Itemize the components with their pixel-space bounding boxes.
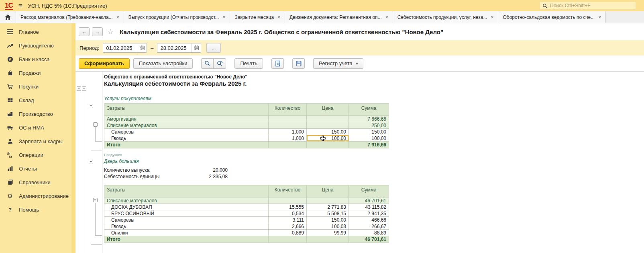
tab-5[interactable]: Оборотно-сальдовая ведомость по сче...×	[498, 11, 606, 23]
sidebar-item-13[interactable]: ?Помощь	[0, 203, 71, 216]
cell[interactable]: Списание материалов	[104, 197, 269, 204]
column-header[interactable]: Количество	[269, 104, 307, 116]
home-tab[interactable]	[0, 11, 16, 23]
collapse-group-button[interactable]: −	[77, 86, 81, 91]
cell[interactable]: 100,00	[349, 135, 389, 142]
sidebar-item-0[interactable]: Главное	[0, 25, 71, 39]
sidebar-item-1[interactable]: Руководителю	[0, 39, 71, 52]
cell[interactable]	[269, 116, 307, 122]
sidebar-item-11[interactable]: Справочники	[0, 175, 71, 189]
close-icon[interactable]: ×	[116, 15, 119, 20]
sidebar-item-8[interactable]: Зарплата и кадры	[0, 134, 71, 148]
cell[interactable]: 46 701,61	[349, 197, 389, 204]
calendar-icon[interactable]	[137, 43, 147, 52]
cell[interactable]: Опилки	[104, 230, 269, 236]
register-dropdown[interactable]: Регистр учета ▾	[313, 58, 363, 69]
stat-value[interactable]: 2 335,08	[209, 174, 228, 179]
cell[interactable]: 150,00	[349, 129, 389, 135]
cell[interactable]: 15,555	[269, 204, 307, 210]
column-header[interactable]: Сумма	[349, 185, 389, 197]
period-to-input[interactable]	[157, 43, 191, 52]
cell[interactable]: Гвоздь	[104, 223, 269, 230]
cell[interactable]: Итого	[104, 236, 269, 243]
cell[interactable]: 46 701,61	[349, 236, 389, 243]
cell[interactable]	[307, 197, 349, 204]
cell[interactable]: Гвоздь	[104, 135, 269, 142]
cell[interactable]: 0,534	[269, 210, 307, 217]
cell[interactable]: 1,000	[269, 135, 307, 142]
cell[interactable]: 3,111	[269, 217, 307, 223]
cell[interactable]: Итого	[104, 142, 269, 148]
sidebar-item-3[interactable]: Продажи	[0, 66, 71, 80]
tab-1[interactable]: Выпуск продукции (Отчеты производст...×	[124, 11, 230, 23]
sidebar-scrollbar[interactable]	[71, 23, 75, 253]
sidebar-item-4[interactable]: Покупки	[0, 80, 71, 93]
calendar-icon[interactable]	[191, 43, 201, 52]
generate-button[interactable]: Сформировать	[79, 58, 130, 69]
cell[interactable]	[307, 236, 349, 243]
cell[interactable]: 100,00	[307, 135, 349, 142]
collapse-group-button[interactable]: −	[89, 104, 93, 108]
cell[interactable]: 266,67	[349, 223, 389, 230]
collapse-group-button[interactable]: −	[93, 198, 98, 202]
cell[interactable]	[269, 236, 307, 243]
sidebar-item-2[interactable]: ₽Банк и касса	[0, 52, 71, 66]
stat-value[interactable]: 20,000	[213, 167, 228, 173]
cell[interactable]: 1,000	[269, 129, 307, 135]
cell[interactable]: Списание материалов	[104, 122, 269, 129]
cell[interactable]: Саморезы	[104, 217, 269, 223]
sidebar-item-9[interactable]: ДтКтОперации	[0, 148, 71, 162]
cell[interactable]: 99,99	[307, 230, 349, 236]
cell[interactable]: 43 115,82	[349, 204, 389, 210]
main-menu-icon[interactable]: ≡	[18, 2, 22, 9]
cell[interactable]: Саморезы	[104, 129, 269, 135]
cell[interactable]: 250,00	[349, 122, 389, 129]
close-icon[interactable]: ×	[598, 15, 601, 20]
close-icon[interactable]: ×	[491, 15, 493, 20]
tab-2[interactable]: Закрытие месяца×	[230, 11, 285, 23]
forward-button[interactable]: →	[92, 27, 103, 36]
column-header[interactable]: Цена	[307, 185, 349, 197]
period-more-button[interactable]: ...	[206, 43, 221, 53]
column-header[interactable]: Количество	[269, 185, 307, 197]
find-button[interactable]	[201, 58, 214, 69]
tab-0[interactable]: Расход материалов (Требования-накла...×	[16, 11, 124, 23]
collapse-group-button[interactable]: −	[82, 86, 86, 91]
cell[interactable]: 7 916,66	[349, 142, 389, 148]
save-button[interactable]	[292, 58, 305, 69]
cell[interactable]	[307, 116, 349, 122]
cell[interactable]	[307, 122, 349, 129]
global-search[interactable]	[540, 2, 636, 10]
cell[interactable]: 2 771,83	[307, 204, 349, 210]
column-header[interactable]: Сумма	[349, 104, 389, 116]
cell[interactable]: Амортизация	[104, 116, 269, 122]
cell[interactable]	[307, 142, 349, 148]
cell[interactable]: 7 666,66	[349, 116, 389, 122]
sidebar-item-6[interactable]: Производство	[0, 107, 71, 121]
column-header[interactable]: Затраты	[104, 185, 269, 197]
cell[interactable]: 150,00	[307, 217, 349, 223]
product-group-label[interactable]: Дверь большая	[104, 158, 139, 164]
cell[interactable]	[269, 142, 307, 148]
sidebar-item-7[interactable]: ОС и НМА	[0, 121, 71, 134]
cell[interactable]: 5 508,15	[307, 210, 349, 217]
print-button[interactable]: Печать	[234, 58, 263, 69]
services-group-label[interactable]: Услуги покупателям	[104, 96, 151, 101]
back-button[interactable]: ←	[79, 27, 90, 36]
print-preview-button[interactable]	[271, 58, 284, 69]
tab-4[interactable]: Себестоимость продукции, услуг, неза...×	[393, 11, 499, 23]
cell[interactable]: -0,889	[269, 230, 307, 236]
search-input[interactable]	[550, 3, 633, 8]
cell[interactable]: 466,66	[349, 217, 389, 223]
collapse-group-button[interactable]: −	[93, 122, 98, 127]
tab-3[interactable]: Движения документа: Регламентная оп...×	[285, 11, 393, 23]
cell[interactable]: 2,666	[269, 223, 307, 230]
collapse-group-button[interactable]: −	[89, 160, 93, 164]
cell[interactable]: -88,89	[349, 230, 389, 236]
cell[interactable]: БРУС ОСИНОВЫЙ	[104, 210, 269, 217]
column-header[interactable]: Цена	[307, 104, 349, 116]
close-icon[interactable]: ×	[385, 15, 388, 20]
cell[interactable]	[269, 197, 307, 204]
cell[interactable]: ДОСКА ДУБОВАЯ	[104, 204, 269, 210]
find-next-button[interactable]	[214, 58, 226, 69]
